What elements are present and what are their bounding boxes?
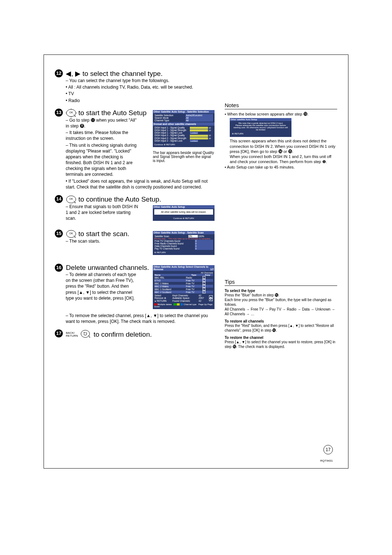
- osd13-r5l: DISH Input 2 - Signal Lock: [154, 139, 189, 142]
- osd15-return: RETURN: [157, 251, 166, 254]
- osd14-return: RETURN: [185, 217, 194, 219]
- svg-text:OK: OK: [69, 232, 73, 235]
- page-number: 17: [323, 445, 333, 454]
- step-number-13: 13: [55, 109, 63, 117]
- step13-l1: It takes time. Please follow the instruc…: [66, 130, 138, 141]
- osd15-r0l: Free TV Channels found: [154, 240, 195, 242]
- check-icon: ✓: [203, 291, 205, 293]
- step16-l0: To delete all channels of each type on t…: [66, 272, 138, 301]
- step13-l3: If "Locked" does not appears, the signal…: [66, 178, 215, 190]
- notes-box-return: RETURN: [234, 133, 244, 135]
- page-frame: 12 ◀, ▶ to select the channel type. You …: [44, 54, 348, 469]
- osd15-r1l: Free Radio Channels found: [154, 242, 195, 245]
- osd16-r1t: Free TV: [185, 279, 202, 282]
- osd13-subhead: freesat and other satellite channels: [153, 122, 215, 126]
- osd13-return: RETURN: [166, 143, 175, 146]
- document-id: RQT9431: [320, 459, 333, 462]
- ok-button-icon: OK: [66, 109, 77, 117]
- notes-osd-box: Other satellite Auto Setup We note that …: [230, 118, 291, 137]
- step-number-14: 14: [55, 195, 63, 203]
- step-number-17: 17: [55, 329, 63, 337]
- osd13-r3v: 10: [208, 134, 211, 137]
- side-column: Notes When the below screen appears afte…: [225, 69, 337, 349]
- osd16-spacel: Available Space:: [172, 297, 198, 299]
- tips-heading: Tips: [225, 279, 337, 286]
- tips-t2-h: To restore all channels: [225, 319, 337, 323]
- step12-line0: You can select the channel type from the…: [66, 78, 215, 84]
- osd16-foundv: 42: [198, 300, 207, 302]
- osd16-spacev: 2957: [198, 297, 207, 299]
- osd15-pct: 0%: [188, 235, 198, 238]
- osd13-satsel-l: Satellite Selection: [154, 114, 185, 117]
- osd16-keptv: 42: [198, 294, 207, 297]
- step-15-title: to start the scan.: [78, 230, 129, 238]
- osd13-mode-l: Search Mode: [154, 117, 185, 119]
- osd15-r2v: 0: [195, 245, 213, 247]
- tips-t3-h: To restore the channel: [225, 336, 337, 340]
- osd15-scanl: Satellite Scan: [154, 235, 188, 238]
- osd13-continue: Continue: [154, 143, 163, 146]
- osd16-r2n: BBC 1 Wales: [154, 282, 185, 285]
- step15-l0: The scan starts.: [66, 238, 138, 244]
- osd15-r3l: Pay TV Channels found: [154, 247, 195, 250]
- osd16-pos: 1/7: [210, 268, 214, 271]
- osd15-r3v: 0: [195, 247, 213, 250]
- osd13-title: Other Satellite Auto Setup - Satellite S…: [153, 110, 215, 113]
- step-number-12: 12: [55, 69, 63, 77]
- osd13-caption: The bar appears beside signal Quality an…: [153, 151, 215, 163]
- osd16-foundl: Found Channels:: [172, 300, 198, 302]
- step-17-title: to confirm deletion.: [94, 331, 152, 338]
- check-icon: ✓: [203, 276, 205, 279]
- osd13-r2l: DISH Input 1 - Signal Lock: [154, 131, 189, 134]
- osd16-r2t: Free TV: [185, 282, 202, 285]
- osd13-r5v: Locked: [190, 140, 198, 142]
- back-return-label: BACK/ RETURN: [66, 332, 78, 337]
- osd15-r0v: 0: [195, 240, 213, 242]
- osd-continue: Other Satellite Auto Setup All other sat…: [153, 204, 215, 224]
- return-button-icon: [80, 329, 90, 340]
- osd16-r5t: Free TV: [185, 291, 202, 293]
- osd13-mode-v: All: [185, 117, 213, 119]
- osd15-max: 100%: [198, 235, 213, 238]
- ok-button-icon: OK: [66, 195, 77, 204]
- step12-line2: TV: [66, 91, 215, 97]
- tips-t1-h: To select the type: [225, 289, 337, 293]
- osd16-return: RETURN: [157, 300, 167, 302]
- signal-bar-icon: [190, 135, 208, 137]
- check-icon: ✓: [203, 279, 205, 282]
- step-12: 12 ◀, ▶ to select the channel type. You …: [55, 69, 215, 104]
- step-15: 15 OK to start the scan. Other Satellite…: [55, 230, 215, 259]
- step12-line3: Radio: [66, 98, 215, 104]
- osd16-r0n: BBC R5L: [154, 276, 185, 279]
- step13-l2: This unit is checking signals during dis…: [66, 142, 138, 178]
- notes-heading: Notes: [225, 102, 337, 109]
- step-number-15: 15: [55, 230, 63, 238]
- osd16-r1n: ETV2: [154, 279, 185, 282]
- osd13-r4l: DISH Input 2 - Signal Strength: [154, 137, 189, 139]
- svg-text:OK: OK: [69, 111, 73, 114]
- step-12-title: ◀, ▶ to select the channel type.: [66, 70, 163, 77]
- osd15-r2l: Data Channels found: [154, 245, 195, 247]
- notes-box-title: Other satellite Auto Setup: [230, 118, 291, 121]
- osd16-r5n: BBC 2 Scotland: [154, 291, 185, 293]
- osd16-select: Select: [155, 294, 161, 297]
- main-column: 12 ◀, ▶ to select the channel type. You …: [55, 69, 215, 345]
- step-13-title: to start the Auto Setup: [78, 109, 147, 117]
- osd16-pgup: Page Up: [198, 303, 207, 305]
- osd16-r3t: Free TV: [185, 285, 202, 288]
- osd-satellite-selection: Other Satellite Auto Setup - Satellite S…: [153, 109, 215, 166]
- osd13-ct-l: Channel Type: [154, 119, 185, 122]
- tips-t2-p: Press the "Red" button, and then press […: [225, 323, 337, 333]
- svg-text:OK: OK: [69, 198, 73, 200]
- step-17: 17 BACK/ RETURN to confirm deletion.: [55, 329, 215, 340]
- osd16-r4n: BBC 1 Scotland: [154, 288, 185, 291]
- osd16-keptl: Kept Channels:: [172, 294, 198, 297]
- osd13-r4v: 10: [208, 137, 211, 139]
- step-16: 16 Delete unwanted channels. Other Satel…: [55, 264, 215, 324]
- osd13-r0v: 10: [208, 127, 211, 129]
- osd13-r1l: DISH Input 1 - Signal Strength: [154, 129, 189, 131]
- svg-point-6: [81, 330, 90, 337]
- osd16-chtype: Channel type: [184, 303, 196, 305]
- step-14-title: to continue the Auto Setup.: [78, 195, 161, 203]
- notes-p1: When the below screen appears after step…: [225, 112, 337, 117]
